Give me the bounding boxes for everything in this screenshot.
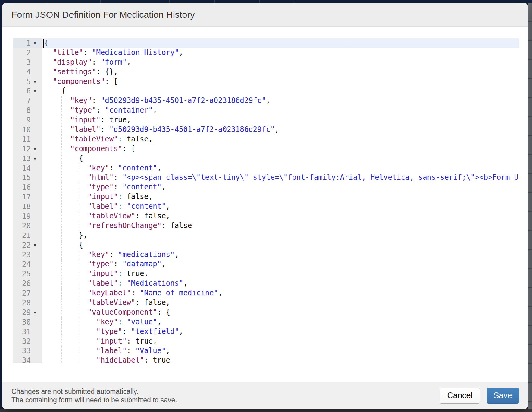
json-key: "display"	[53, 58, 92, 66]
json-string: "form"	[101, 58, 127, 66]
cancel-button[interactable]: Cancel	[440, 388, 480, 404]
json-plain	[44, 183, 88, 191]
indent-guide	[61, 240, 62, 250]
code-line[interactable]: "label": "Value",	[42, 346, 519, 356]
indent-guide	[61, 250, 62, 260]
navbar-divider	[100, 0, 101, 3]
gutter-line: 17	[13, 192, 42, 202]
line-number: 8	[13, 106, 31, 115]
json-plain	[44, 221, 88, 230]
json-key: "type"	[88, 260, 114, 268]
json-plain: ,	[157, 318, 161, 326]
code-line[interactable]: "tableView": false,	[42, 211, 519, 221]
json-string: "Value"	[135, 347, 166, 355]
code-line[interactable]: "display": "form",	[42, 58, 519, 67]
fold-caret-icon[interactable]: ▼	[31, 89, 42, 93]
json-plain: :	[109, 250, 118, 259]
code-line[interactable]: "type": "content",	[42, 182, 519, 192]
json-plain	[44, 125, 70, 134]
code-line[interactable]: "title": "Medication History",	[42, 48, 519, 58]
indent-guide	[61, 327, 62, 337]
line-number: 10	[13, 125, 31, 134]
navbar-divider	[214, 0, 215, 3]
fold-caret-icon[interactable]: ▼	[31, 79, 42, 84]
indent-guide	[61, 96, 62, 106]
fold-caret-icon[interactable]: ▼	[31, 243, 42, 248]
json-plain	[44, 192, 88, 201]
code-line[interactable]: "label": "d50293d9-b435-4501-a7f2-a02318…	[42, 125, 519, 135]
json-plain	[44, 308, 88, 316]
fold-caret-icon[interactable]: ▼	[31, 310, 42, 315]
code-line[interactable]: "key": "medications",	[42, 250, 519, 260]
code-line[interactable]: "keyLabel": "Name of medicine",	[42, 288, 519, 298]
code-line[interactable]: "input": true,	[42, 269, 519, 279]
line-number: 5	[13, 78, 31, 86]
fold-caret-icon[interactable]: ▼	[31, 156, 42, 161]
json-plain: ,	[127, 58, 131, 66]
editor-scroller[interactable]: { "title": "Medication History", "displa…	[42, 38, 519, 363]
background-bottom-edge	[0, 409, 532, 412]
json-key: "refreshOnChange"	[88, 221, 162, 230]
json-plain: ,	[153, 106, 157, 114]
json-key: "label"	[96, 347, 127, 355]
code-line[interactable]: "input": false,	[42, 192, 519, 202]
code-line[interactable]: "refreshOnChange": false	[42, 221, 519, 231]
code-line[interactable]: },	[42, 231, 519, 240]
code-line[interactable]: "tableView": false,	[42, 298, 519, 308]
line-number: 24	[13, 260, 31, 268]
code-line[interactable]: "type": "datamap",	[42, 259, 519, 269]
code-line[interactable]: "key": "value",	[42, 317, 519, 327]
code-line[interactable]: "type": "container",	[42, 106, 519, 115]
code-line[interactable]: "label": "Medications",	[42, 279, 519, 288]
code-line[interactable]: "type": "textfield",	[42, 327, 519, 337]
fold-caret-icon[interactable]: ▼	[31, 147, 42, 151]
line-number: 28	[13, 299, 31, 307]
json-key: "key"	[96, 318, 118, 326]
json-plain: : false	[161, 221, 192, 230]
json-plain: ,	[166, 347, 170, 355]
json-key: "tableView"	[88, 298, 136, 307]
code-line[interactable]: "settings": {},	[42, 67, 519, 77]
json-key: "components"	[70, 144, 122, 153]
code-line[interactable]: "key": "content",	[42, 163, 519, 173]
fold-caret-icon[interactable]: ▼	[31, 41, 42, 46]
indent-guide	[61, 135, 62, 144]
line-number: 7	[13, 97, 31, 105]
code-line[interactable]: "components": [	[42, 144, 519, 154]
code-line[interactable]: "valueComponent": {	[42, 308, 519, 317]
code-line[interactable]: "label": "content",	[42, 202, 519, 211]
indent-guide	[79, 298, 79, 308]
save-button[interactable]: Save	[487, 388, 519, 404]
indent-guide	[79, 346, 79, 356]
indent-guide	[79, 250, 79, 260]
code-line[interactable]: {	[42, 86, 519, 96]
code-line[interactable]: "hideLabel": true	[42, 356, 519, 363]
line-number: 20	[13, 222, 31, 230]
code-line[interactable]: {	[42, 154, 519, 163]
indent-guide	[61, 259, 62, 269]
json-code-editor[interactable]: 1▼2345▼6▼789101112▼13▼141516171819202122…	[13, 38, 519, 363]
gutter-line: 1▼	[13, 38, 42, 48]
json-key: "input"	[96, 337, 127, 345]
json-key: "keyLabel"	[88, 289, 131, 297]
code-line[interactable]: "input": true,	[42, 115, 519, 125]
json-key: "tableView"	[70, 135, 118, 143]
json-key: "components"	[53, 77, 105, 86]
indent-guide	[61, 211, 62, 221]
code-line[interactable]: "key": "d50293d9-b435-4501-a7f2-a023186d…	[42, 96, 519, 106]
code-line[interactable]: {	[42, 240, 519, 250]
json-plain: ,	[161, 260, 166, 268]
code-line[interactable]: "input": true,	[42, 337, 519, 346]
gutter-line: 33	[13, 346, 42, 356]
gutter-line: 11	[13, 135, 42, 144]
json-plain	[44, 58, 53, 66]
code-line[interactable]: {	[42, 38, 519, 48]
code-line[interactable]: "components": [	[42, 77, 519, 87]
code-line[interactable]: "tableView": false,	[42, 135, 519, 144]
line-number: 32	[13, 337, 31, 346]
json-string: "container"	[105, 106, 153, 114]
json-key: "type"	[70, 106, 96, 114]
gutter-line: 19	[13, 211, 42, 221]
json-plain	[44, 289, 88, 297]
code-line[interactable]: "html": "<p><span class=\"text-tiny\" st…	[42, 173, 519, 182]
